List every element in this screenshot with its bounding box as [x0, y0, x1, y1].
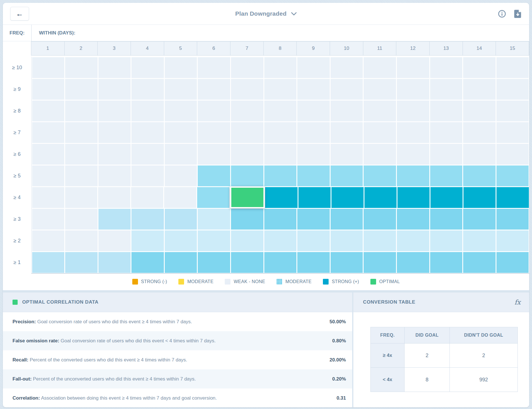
heatmap-cell[interactable] [198, 122, 230, 143]
heatmap-cell[interactable] [463, 209, 496, 230]
heatmap-cell[interactable] [198, 209, 230, 230]
heatmap-cell[interactable] [397, 187, 430, 208]
heatmap-cell[interactable] [364, 79, 396, 100]
heatmap-cell[interactable] [231, 79, 263, 100]
heatmap-cell[interactable] [496, 209, 529, 230]
heatmap-cell[interactable] [65, 101, 98, 121]
heatmap-cell[interactable] [463, 57, 496, 78]
heatmap-cell[interactable] [198, 252, 230, 273]
heatmap-cell[interactable] [397, 79, 429, 100]
heatmap-cell[interactable] [264, 165, 297, 186]
heatmap-cell[interactable] [331, 230, 363, 251]
heatmap-cell[interactable] [430, 101, 463, 121]
heatmap-cell[interactable] [364, 209, 396, 230]
heatmap-cell[interactable] [364, 165, 396, 186]
heatmap-cell[interactable] [131, 79, 164, 100]
info-icon[interactable] [498, 10, 506, 18]
heatmap-cell[interactable] [297, 230, 330, 251]
heatmap-cell[interactable] [364, 144, 396, 165]
heatmap-cell[interactable] [131, 165, 164, 186]
heatmap-cell[interactable] [264, 209, 297, 230]
heatmap-cell[interactable] [65, 79, 98, 100]
heatmap-cell[interactable] [496, 101, 529, 121]
heatmap-cell[interactable] [98, 144, 131, 165]
heatmap-cell[interactable] [297, 79, 330, 100]
formula-fx-icon[interactable]: fx [515, 298, 521, 306]
heatmap-cell[interactable] [397, 122, 429, 143]
heatmap-cell[interactable] [331, 101, 363, 121]
heatmap-cell[interactable] [397, 252, 429, 273]
heatmap-cell[interactable] [165, 57, 197, 78]
heatmap-cell[interactable] [331, 122, 363, 143]
heatmap-cell[interactable] [131, 252, 164, 273]
heatmap-cell[interactable] [197, 187, 229, 208]
heatmap-cell[interactable] [98, 230, 131, 251]
heatmap-cell[interactable] [397, 165, 429, 186]
heatmap-cell[interactable] [198, 165, 230, 186]
heatmap-cell[interactable] [32, 79, 65, 100]
heatmap-cell[interactable] [463, 144, 496, 165]
heatmap-cell[interactable] [463, 230, 496, 251]
heatmap-cell[interactable] [297, 144, 330, 165]
heatmap-cell[interactable] [264, 122, 297, 143]
heatmap-cell[interactable] [98, 165, 131, 186]
heatmap-cell[interactable] [32, 101, 65, 121]
heatmap-cell[interactable] [364, 57, 396, 78]
heatmap-cell[interactable] [496, 144, 529, 165]
heatmap-cell[interactable] [131, 122, 164, 143]
heatmap-cell[interactable] [297, 252, 330, 273]
event-selector-dropdown[interactable]: Plan Downgraded [235, 10, 297, 17]
heatmap-cell[interactable] [131, 230, 164, 251]
back-button[interactable]: ← [10, 7, 29, 21]
heatmap-cell[interactable] [496, 122, 529, 143]
heatmap-cell[interactable] [231, 165, 263, 186]
heatmap-cell[interactable] [98, 252, 131, 273]
heatmap-cell[interactable] [198, 144, 230, 165]
heatmap-cell[interactable] [463, 101, 496, 121]
heatmap-cell[interactable] [364, 252, 396, 273]
heatmap-cell[interactable] [231, 101, 263, 121]
heatmap-cell[interactable] [430, 57, 463, 78]
download-icon[interactable] [514, 9, 522, 18]
heatmap-cell[interactable] [297, 101, 330, 121]
heatmap-cell[interactable] [264, 144, 297, 165]
heatmap-cell[interactable] [165, 230, 197, 251]
heatmap-cell[interactable] [397, 57, 429, 78]
heatmap-cell[interactable] [331, 165, 363, 186]
heatmap-cell[interactable] [231, 209, 263, 230]
heatmap-cell[interactable] [98, 57, 131, 78]
heatmap-cell[interactable] [297, 57, 330, 78]
heatmap-cell[interactable] [463, 122, 496, 143]
heatmap-cell[interactable] [198, 101, 230, 121]
heatmap-cell[interactable] [65, 57, 98, 78]
optimal-selected-cell[interactable] [230, 187, 265, 208]
heatmap-cell[interactable] [331, 187, 364, 208]
heatmap-cell[interactable] [463, 79, 496, 100]
heatmap-cell[interactable] [430, 209, 463, 230]
heatmap-cell[interactable] [165, 122, 197, 143]
heatmap-cell[interactable] [430, 187, 463, 208]
heatmap-cell[interactable] [165, 252, 197, 273]
heatmap-cell[interactable] [165, 101, 197, 121]
heatmap-cell[interactable] [65, 187, 97, 208]
heatmap-cell[interactable] [231, 57, 263, 78]
heatmap-cell[interactable] [496, 187, 529, 208]
heatmap-cell[interactable] [65, 165, 98, 186]
heatmap-cell[interactable] [65, 122, 98, 143]
heatmap-cell[interactable] [463, 187, 496, 208]
heatmap-cell[interactable] [131, 187, 163, 208]
heatmap-cell[interactable] [264, 252, 297, 273]
heatmap-cell[interactable] [463, 252, 496, 273]
heatmap-cell[interactable] [298, 187, 331, 208]
heatmap-cell[interactable] [496, 230, 529, 251]
heatmap-cell[interactable] [397, 209, 429, 230]
heatmap-cell[interactable] [32, 57, 65, 78]
heatmap-cell[interactable] [231, 122, 263, 143]
heatmap-cell[interactable] [131, 209, 164, 230]
heatmap-cell[interactable] [463, 165, 496, 186]
heatmap-cell[interactable] [364, 101, 396, 121]
heatmap-cell[interactable] [297, 165, 330, 186]
heatmap-cell[interactable] [165, 79, 197, 100]
heatmap-cell[interactable] [496, 165, 529, 186]
heatmap-cell[interactable] [32, 122, 65, 143]
